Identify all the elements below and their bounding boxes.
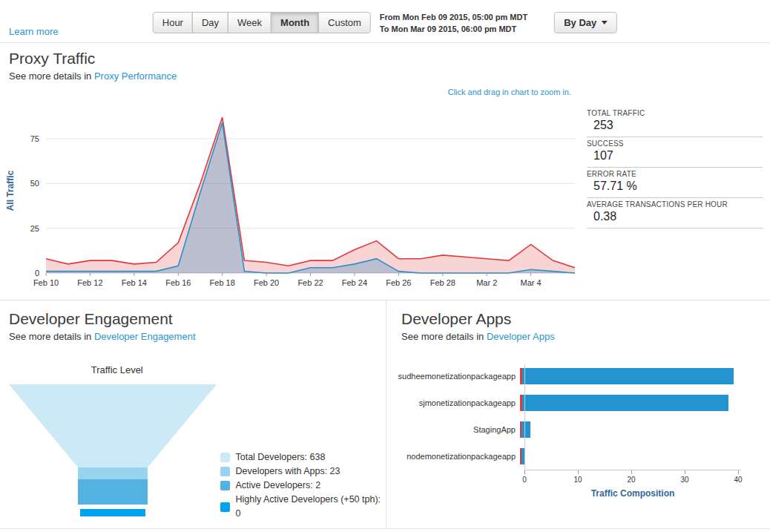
legend-label: Highly Active Developers (+50 tph): 0	[235, 493, 386, 521]
range-button-month[interactable]: Month	[271, 12, 319, 33]
svg-text:Feb 12: Feb 12	[77, 278, 102, 287]
bar-segment-success[interactable]	[522, 395, 728, 411]
svg-text:Feb 28: Feb 28	[430, 278, 455, 287]
range-button-hour[interactable]: Hour	[153, 12, 193, 33]
funnel-title: Traffic Level	[9, 364, 225, 375]
bar-track	[520, 368, 770, 384]
svg-text:Feb 22: Feb 22	[297, 278, 323, 287]
bar-segment-success[interactable]	[522, 368, 734, 384]
by-day-dropdown[interactable]: By Day	[554, 12, 617, 33]
top-toolbar: Learn more HourDayWeekMonthCustom From M…	[0, 0, 770, 43]
svg-text:0: 0	[35, 269, 39, 278]
svg-text:Feb 10: Feb 10	[33, 278, 59, 287]
details-prefix: See more details in	[9, 70, 94, 82]
x-tick-mark	[685, 470, 685, 474]
range-button-custom[interactable]: Custom	[318, 12, 371, 33]
developer-apps-section: Developer Apps See more details in Devel…	[386, 301, 770, 528]
developer-engagement-link[interactable]: Developer Engagement	[94, 331, 196, 342]
stat-error-rate: ERROR RATE57.71 %	[587, 168, 763, 198]
bar-category-label: StagingApp	[392, 425, 520, 434]
developer-engagement-title: Developer Engagement	[9, 310, 377, 328]
developer-engagement-section: Developer Engagement See more details in…	[0, 301, 386, 528]
engagement-details-text: See more details in Developer Engagement	[9, 331, 377, 342]
bar-category-label: sudheemonetizationpackageapp	[392, 372, 520, 381]
x-tick-label: 20	[622, 476, 640, 484]
zoom-hint: Click and drag in chart to zoom in.	[0, 88, 571, 96]
svg-text:Feb 14: Feb 14	[122, 278, 147, 287]
stat-label: SUCCESS	[587, 139, 763, 148]
details-prefix: See more details in	[401, 331, 487, 342]
funnel-legend: Total Developers: 638Developers with App…	[220, 450, 386, 522]
bar-row: sudheemonetizationpackageapp	[392, 363, 770, 390]
details-prefix: See more details in	[9, 331, 94, 342]
legend-swatch-icon	[220, 453, 230, 462]
svg-text:50: 50	[30, 179, 39, 188]
x-tick-mark	[631, 470, 632, 474]
range-button-week[interactable]: Week	[228, 12, 272, 33]
funnel-legend-item: Highly Active Developers (+50 tph): 0	[220, 493, 386, 521]
by-day-label: By Day	[564, 17, 596, 28]
developer-apps-title: Developer Apps	[401, 310, 761, 328]
apps-details-text: See more details in Developer Apps	[401, 331, 761, 342]
engagement-funnel-chart[interactable]	[9, 384, 225, 522]
date-range-controls: HourDayWeekMonthCustom From Mon Feb 09 2…	[153, 12, 617, 36]
range-button-day[interactable]: Day	[192, 12, 228, 33]
legend-swatch-icon	[220, 502, 230, 512]
learn-more-link[interactable]: Learn more	[9, 26, 58, 37]
svg-text:Feb 20: Feb 20	[254, 278, 279, 287]
svg-text:Mar 4: Mar 4	[521, 278, 542, 287]
bar-segment-success[interactable]	[521, 421, 530, 438]
x-tick-label: 40	[729, 476, 747, 484]
bar-category-label: sjmonetizationpackageapp	[392, 398, 520, 407]
developer-apps-link[interactable]: Developer Apps	[487, 331, 555, 342]
bar-chart-x-axis-label: Traffic Composition	[524, 488, 741, 499]
svg-text:25: 25	[30, 224, 39, 233]
svg-text:Feb 18: Feb 18	[210, 278, 235, 287]
legend-label: Developers with Apps: 23	[235, 464, 340, 479]
proxy-traffic-section: Proxy Traffic See more details in Proxy …	[0, 50, 770, 300]
x-tick-mark	[524, 470, 525, 474]
proxy-performance-link[interactable]: Proxy Performance	[94, 70, 177, 82]
bar-chart-y-axis	[524, 364, 525, 470]
stat-label: AVERAGE TRANSACTIONS PER HOUR	[587, 200, 763, 208]
proxy-traffic-chart[interactable]: 0255075Feb 10Feb 12Feb 14Feb 16Feb 18Feb…	[3, 98, 585, 300]
traffic-stats-panel: TOTAL TRAFFIC253SUCCESS107ERROR RATE57.7…	[587, 107, 763, 300]
svg-text:Feb 24: Feb 24	[342, 278, 367, 287]
legend-swatch-icon	[220, 481, 230, 490]
svg-text:All Traffic: All Traffic	[5, 170, 16, 211]
svg-text:75: 75	[30, 134, 39, 143]
stat-value: 253	[587, 119, 763, 132]
bar-track	[520, 448, 770, 464]
stat-average-transactions-per-hour: AVERAGE TRANSACTIONS PER HOUR0.38	[587, 198, 763, 229]
stat-label: ERROR RATE	[587, 170, 763, 178]
x-tick-label: 30	[676, 476, 694, 484]
bar-track	[520, 395, 770, 411]
svg-text:Mar 2: Mar 2	[476, 278, 497, 287]
proxy-details-text: See more details in Proxy Performance	[9, 70, 761, 82]
bar-category-label: nodemonetizationpackageapp	[392, 452, 520, 461]
bar-track	[520, 421, 770, 438]
stat-total-traffic: TOTAL TRAFFIC253	[587, 107, 763, 137]
date-range-text: From Mon Feb 09 2015, 05:00 pm MDT To Mo…	[380, 12, 527, 36]
x-tick-mark	[738, 470, 739, 474]
bar-chart-x-axis: 010203040	[524, 470, 741, 487]
bar-row: nodemonetizationpackageapp	[392, 443, 770, 470]
stat-label: TOTAL TRAFFIC	[587, 109, 763, 117]
caret-down-icon	[602, 21, 608, 24]
range-from: From Mon Feb 09 2015, 05:00 pm MDT	[380, 12, 527, 24]
funnel-legend-item: Developers with Apps: 23	[220, 464, 386, 479]
stat-value: 57.71 %	[587, 180, 763, 193]
svg-text:Feb 16: Feb 16	[165, 278, 191, 287]
bar-row: sjmonetizationpackageapp	[392, 390, 770, 416]
range-button-group: HourDayWeekMonthCustom	[153, 12, 371, 33]
x-tick-mark	[578, 470, 579, 474]
funnel-legend-item: Total Developers: 638	[220, 450, 386, 464]
legend-label: Active Developers: 2	[235, 479, 320, 493]
svg-text:Feb 26: Feb 26	[386, 278, 411, 287]
legend-swatch-icon	[220, 467, 230, 476]
stat-value: 0.38	[587, 210, 763, 223]
developer-apps-chart: sudheemonetizationpackageappsjmonetizati…	[392, 363, 770, 499]
engagement-funnel-zone: Traffic Level Total Developers: 638Devel…	[9, 364, 386, 522]
stat-value: 107	[587, 149, 763, 162]
proxy-traffic-title: Proxy Traffic	[9, 50, 761, 68]
